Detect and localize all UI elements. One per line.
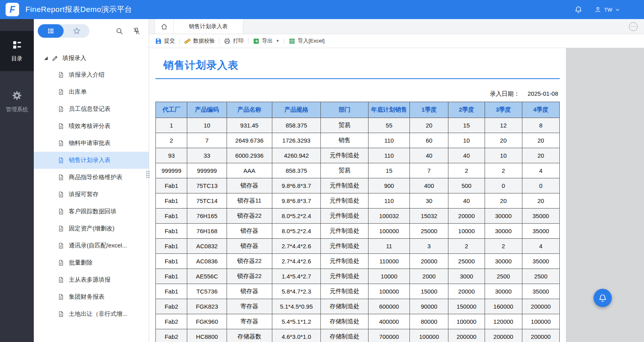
table-cell[interactable]: 6000.2936: [227, 148, 272, 163]
table-cell[interactable]: 寄存器: [227, 314, 272, 329]
sidebar-item[interactable]: 固定资产(增删改): [34, 220, 149, 237]
table-cell[interactable]: 20: [485, 133, 522, 148]
table-cell[interactable]: 元件制造处: [321, 148, 369, 163]
sidebar-item[interactable]: 客户跟踪数据回填: [34, 203, 149, 220]
table-cell[interactable]: 元件制造处: [321, 209, 369, 224]
search-icon[interactable]: [115, 27, 124, 35]
sidebar-item[interactable]: 集团财务报表: [34, 288, 149, 305]
table-cell[interactable]: 2.7*4.4*2.6: [272, 254, 320, 269]
table-cell[interactable]: 销售: [321, 133, 369, 148]
table-cell[interactable]: 存储制造处: [321, 314, 369, 329]
table-cell[interactable]: Fab2: [156, 329, 187, 342]
table-cell[interactable]: 锁存器: [227, 239, 272, 254]
table-cell[interactable]: 30000: [485, 284, 522, 299]
table-cell[interactable]: 2: [448, 239, 485, 254]
rail-item-catalog[interactable]: 目录: [0, 31, 34, 71]
table-cell[interactable]: 999999: [187, 163, 227, 178]
table-cell[interactable]: 100000: [522, 314, 559, 329]
rail-item-admin[interactable]: 管理系统: [0, 81, 34, 122]
table-cell[interactable]: HC8800: [187, 329, 227, 342]
table-cell[interactable]: 2: [156, 133, 187, 148]
table-cell[interactable]: 元件制造处: [321, 254, 369, 269]
table-cell[interactable]: 2: [448, 163, 485, 178]
table-cell[interactable]: 元件制造处: [321, 239, 369, 254]
table-cell[interactable]: 4: [522, 163, 559, 178]
table-cell[interactable]: 3: [410, 239, 448, 254]
table-cell[interactable]: Fab1: [156, 254, 187, 269]
table-cell[interactable]: 25000: [410, 224, 448, 239]
table-cell[interactable]: 93: [156, 148, 187, 163]
table-cell[interactable]: 110: [369, 148, 410, 163]
sidebar-item[interactable]: 物料申请审批表: [34, 135, 149, 152]
sidebar-item[interactable]: 填报可暂存: [34, 186, 149, 203]
table-cell[interactable]: Fab1: [156, 239, 187, 254]
table-cell[interactable]: 10: [187, 118, 227, 133]
table-cell[interactable]: 贸易: [321, 163, 369, 178]
table-cell[interactable]: 700000: [369, 329, 410, 342]
table-cell[interactable]: 20000: [410, 254, 448, 269]
table-cell[interactable]: 200000: [485, 329, 522, 342]
table-cell[interactable]: 5.4*5.1*1.2: [272, 314, 320, 329]
table-cell[interactable]: 200000: [522, 299, 559, 314]
table-cell[interactable]: 110: [369, 133, 410, 148]
table-cell[interactable]: TC5736: [187, 284, 227, 299]
table-cell[interactable]: Fab1: [156, 178, 187, 193]
table-cell[interactable]: 锁存器: [227, 178, 272, 193]
sidebar-item[interactable]: 主从表多源填报: [34, 271, 149, 288]
sidebar-item[interactable]: 商品指导价格维护表: [34, 169, 149, 186]
table-cell[interactable]: 20: [485, 193, 522, 209]
table-cell[interactable]: 9.8*6.8*3.7: [272, 178, 320, 193]
sidebar-item[interactable]: 通讯录(自匹配/excel...: [34, 237, 149, 254]
table-cell[interactable]: 10000: [448, 224, 485, 239]
unpin-icon[interactable]: [132, 27, 141, 35]
table-cell[interactable]: 90000: [410, 299, 448, 314]
submit-button[interactable]: 提交: [151, 34, 179, 48]
table-cell[interactable]: 元件制造处: [321, 224, 369, 239]
sidebar-item[interactable]: 员工信息登记表: [34, 100, 149, 118]
table-cell[interactable]: AE556C: [187, 269, 227, 284]
table-cell[interactable]: 200000: [522, 329, 559, 342]
table-cell[interactable]: 200000: [448, 329, 485, 342]
notification-bell-icon[interactable]: [574, 6, 582, 14]
table-cell[interactable]: 76H165: [187, 209, 227, 224]
table-cell[interactable]: 锁存器: [227, 224, 272, 239]
table-cell[interactable]: 100000: [410, 329, 448, 342]
table-cell[interactable]: 40: [448, 148, 485, 163]
table-cell[interactable]: 30000: [485, 224, 522, 239]
user-menu[interactable]: TW: [594, 6, 620, 13]
table-cell[interactable]: 1: [156, 118, 187, 133]
table-cell[interactable]: 900: [369, 178, 410, 193]
tab-sales-plan[interactable]: 销售计划录入表: [174, 19, 243, 34]
table-cell[interactable]: 35000: [522, 209, 559, 224]
table-cell[interactable]: Fab1: [156, 209, 187, 224]
table-cell[interactable]: 2500: [485, 269, 522, 284]
table-cell[interactable]: 1726.3293: [272, 133, 320, 148]
table-cell[interactable]: 400: [410, 178, 448, 193]
table-cell[interactable]: 锁存器22: [227, 254, 272, 269]
table-cell[interactable]: 贸易: [321, 118, 369, 133]
table-cell[interactable]: 33: [187, 148, 227, 163]
table-cell[interactable]: 1.4*5.4*2.7: [272, 269, 320, 284]
table-cell[interactable]: Fab1: [156, 269, 187, 284]
table-cell[interactable]: 75TC13: [187, 178, 227, 193]
table-cell[interactable]: 2: [485, 163, 522, 178]
tree-group-fill-entry[interactable]: 填报录入: [34, 50, 149, 66]
table-cell[interactable]: 15032: [410, 209, 448, 224]
table-cell[interactable]: 931.45: [227, 118, 272, 133]
table-cell[interactable]: 150000: [448, 299, 485, 314]
table-cell[interactable]: 80000: [410, 314, 448, 329]
table-cell[interactable]: 8: [522, 118, 559, 133]
table-cell[interactable]: 8.0*5.2*2.4: [272, 224, 320, 239]
table-cell[interactable]: 858.375: [272, 118, 320, 133]
notification-fab[interactable]: [594, 289, 612, 307]
table-cell[interactable]: 20000: [448, 209, 485, 224]
list-view-toggle[interactable]: [38, 24, 64, 38]
table-cell[interactable]: Fab1: [156, 224, 187, 239]
table-cell[interactable]: 100000: [369, 224, 410, 239]
table-cell[interactable]: 30000: [485, 254, 522, 269]
table-cell[interactable]: 寄存器: [227, 299, 272, 314]
table-cell[interactable]: 20: [522, 148, 559, 163]
table-cell[interactable]: 20: [522, 193, 559, 209]
table-cell[interactable]: AC0836: [187, 254, 227, 269]
table-cell[interactable]: 3000: [448, 269, 485, 284]
